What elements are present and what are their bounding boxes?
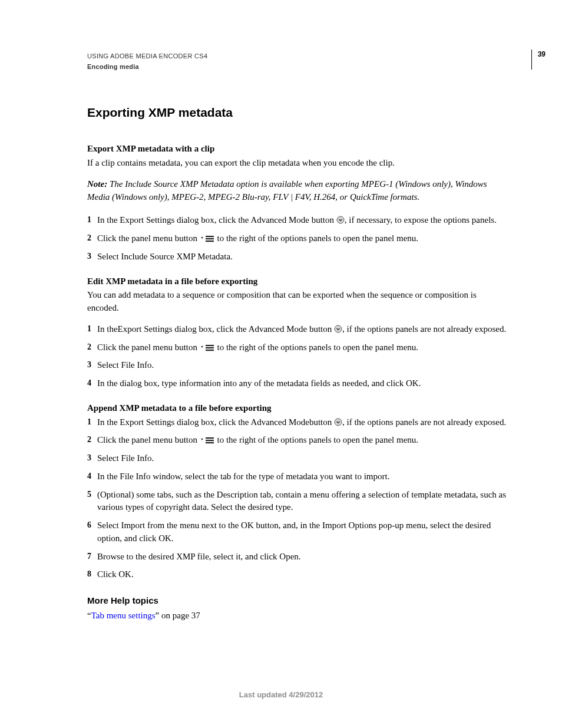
svg-rect-3: [206, 241, 214, 242]
step-item: Click the panel menu button to the right…: [87, 341, 509, 354]
advanced-mode-icon: [334, 325, 342, 333]
svg-rect-1: [206, 236, 214, 237]
step-text: Click the panel menu button: [97, 233, 200, 243]
svg-rect-7: [206, 350, 214, 351]
more-help-heading: More Help topics: [87, 594, 509, 607]
step-text: Select File Info.: [97, 360, 154, 370]
step-item: In the dialog box, type information into…: [87, 377, 509, 390]
section-export-xmp: Export XMP metadata with a clip If a cli…: [87, 143, 509, 263]
step-item: Click OK.: [87, 568, 509, 581]
more-help-entry: “Tab menu settings” on page 37: [87, 610, 509, 622]
step-item: Click the panel menu button to the right…: [87, 232, 509, 245]
step-text: Click OK.: [97, 569, 134, 579]
step-item: Click the panel menu button to the right…: [87, 434, 509, 447]
step-text: Browse to the desired XMP file, select i…: [97, 552, 301, 561]
page-number: 39: [538, 50, 546, 60]
step-text: In the Export Settings dialog box, click…: [97, 417, 334, 427]
svg-rect-6: [206, 347, 214, 348]
step-text: , if necessary, to expose the options pa…: [345, 215, 497, 225]
step-text: (Optional) some tabs, such as the Descri…: [97, 490, 506, 512]
svg-rect-10: [206, 440, 214, 441]
steps-list: In the Export Settings dialog box, click…: [87, 214, 509, 263]
note-body: The Include Source XMP Metadata option i…: [87, 179, 487, 202]
step-text: Click the panel menu button: [97, 342, 200, 352]
step-text: Select Include Source XMP Metadata.: [97, 252, 233, 261]
advanced-mode-icon: [334, 418, 342, 426]
svg-point-4: [335, 325, 342, 332]
step-text: , if the options panels are not already …: [342, 417, 506, 427]
step-text: In the File Info window, select the tab …: [97, 472, 389, 481]
section-edit-xmp: Edit XMP metadata in a file before expor…: [87, 275, 509, 390]
note-label: Note:: [87, 179, 110, 189]
step-item: (Optional) some tabs, such as the Descri…: [87, 489, 509, 515]
advanced-mode-icon: [336, 216, 345, 224]
section-append-xmp: Append XMP metadata to a file before exp…: [87, 402, 509, 581]
step-item: Select File Info.: [87, 452, 509, 465]
footer-last-updated: Last updated 4/29/2012: [0, 690, 562, 701]
svg-rect-11: [206, 442, 214, 443]
step-text: , if the options panels are not already …: [342, 324, 506, 334]
step-item: In the File Info window, select the tab …: [87, 470, 509, 483]
step-item: Browse to the desired XMP file, select i…: [87, 551, 509, 564]
note: Note: The Include Source XMP Metadata op…: [87, 178, 509, 204]
panel-menu-icon: [200, 437, 215, 444]
help-link-suffix: ” on page 37: [156, 611, 200, 620]
svg-rect-9: [206, 437, 214, 439]
more-help-topics: More Help topics “Tab menu settings” on …: [87, 594, 509, 622]
step-text: Select Import from the menu next to the …: [97, 521, 491, 543]
steps-list: In the Export Settings dialog box, click…: [87, 416, 509, 582]
step-text: Click the panel menu button: [97, 435, 200, 444]
section-intro: If a clip contains metadata, you can exp…: [87, 157, 509, 170]
svg-point-8: [335, 419, 342, 426]
step-item: Select File Info.: [87, 359, 509, 372]
panel-menu-icon: [200, 344, 215, 351]
step-text: In the Export Settings dialog box, click…: [97, 215, 336, 225]
section-heading: Append XMP metadata to a file before exp…: [87, 402, 509, 415]
page-number-box: 39: [531, 50, 546, 70]
svg-point-0: [337, 216, 344, 223]
running-head: USING ADOBE MEDIA ENCODER CS4: [87, 52, 509, 61]
section-heading: Edit XMP metadata in a file before expor…: [87, 275, 509, 288]
step-text: to the right of the options panels to op…: [215, 342, 418, 352]
step-item: In the Export Settings dialog box, click…: [87, 416, 509, 429]
svg-rect-5: [206, 345, 214, 346]
panel-menu-icon: [200, 235, 215, 242]
svg-rect-2: [206, 238, 214, 239]
step-text: to the right of the options panels to op…: [215, 233, 418, 243]
page-header: USING ADOBE MEDIA ENCODER CS4 Encoding m…: [87, 52, 509, 72]
help-link[interactable]: Tab menu settings: [91, 611, 156, 620]
step-text: Select File Info.: [97, 453, 154, 463]
step-item: Select Import from the menu next to the …: [87, 519, 509, 545]
step-text: In theExport Settings dialog box, click …: [97, 324, 334, 334]
step-item: In theExport Settings dialog box, click …: [87, 323, 509, 336]
section-heading: Export XMP metadata with a clip: [87, 143, 509, 156]
step-item: In the Export Settings dialog box, click…: [87, 214, 509, 227]
page-title: Exporting XMP metadata: [87, 104, 509, 121]
quote-open: “: [87, 611, 91, 620]
step-text: to the right of the options panels to op…: [215, 435, 418, 444]
step-text: In the dialog box, type information into…: [97, 378, 421, 388]
section-intro: You can add metadata to a sequence or co…: [87, 289, 509, 315]
step-item: Select Include Source XMP Metadata.: [87, 251, 509, 263]
section-name: Encoding media: [87, 62, 509, 72]
steps-list: In theExport Settings dialog box, click …: [87, 323, 509, 390]
